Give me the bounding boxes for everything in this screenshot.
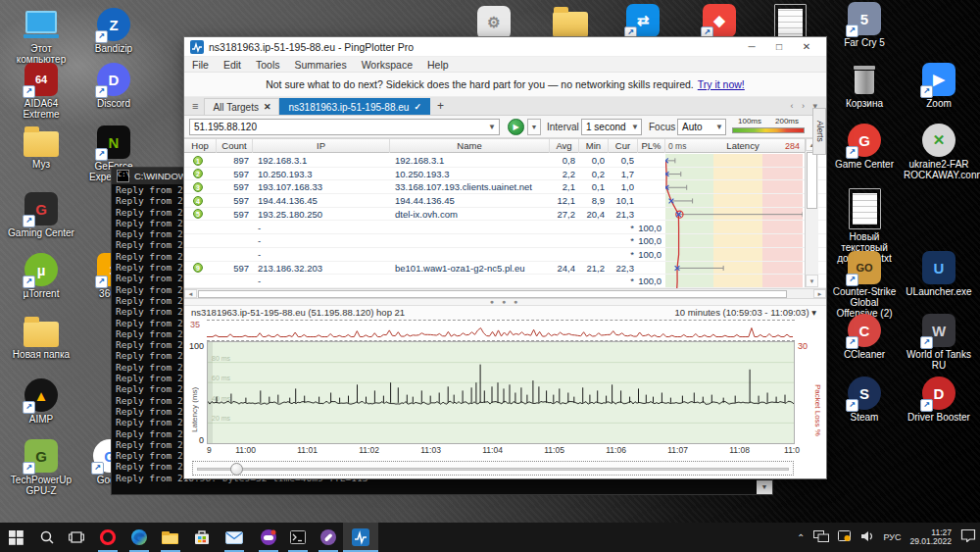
close-button[interactable]: ✕: [793, 38, 820, 56]
table-row[interactable]: -*100,0: [184, 248, 826, 262]
update-badge-icon[interactable]: [838, 528, 852, 546]
desktop-icon-music-folder[interactable]: Муз: [6, 125, 76, 170]
table-row[interactable]: 9597213.186.32.203be101.waw1-oza1-g2-nc5…: [184, 262, 826, 276]
minimize-button[interactable]: ─: [738, 38, 765, 56]
table-row[interactable]: -*100,0: [184, 222, 826, 235]
slider-track[interactable]: [197, 468, 789, 471]
taskbar-search-icon[interactable]: [32, 523, 62, 552]
scroll-down-icon[interactable]: ▼: [806, 275, 818, 287]
desktop-icon-teamviewer[interactable]: ⇄↗: [608, 4, 678, 37]
desktop-icon-ulauncher[interactable]: UULauncher.exe: [904, 251, 974, 297]
column-header-ip[interactable]: IP: [253, 139, 390, 153]
slider-thumb[interactable]: [230, 463, 243, 476]
table-vertical-scrollbar[interactable]: ▲ ▼: [805, 138, 818, 287]
menu-item-edit[interactable]: Edit: [223, 59, 241, 71]
desktop-icon-aimp[interactable]: ▲↗AIMP: [6, 378, 76, 425]
desktop-icon-zoom[interactable]: ▶↗Zoom: [904, 63, 974, 109]
taskbar-game-bar-icon[interactable]: [254, 523, 283, 552]
column-header-hop[interactable]: Hop: [184, 139, 217, 153]
focus-dropdown-icon[interactable]: ▼: [715, 120, 723, 135]
taskbar-task-view-icon[interactable]: [62, 523, 91, 552]
desktop-icon-ccleaner[interactable]: C↗CCleaner: [829, 314, 900, 360]
clock[interactable]: 11:27 29.01.2022: [909, 528, 952, 547]
notifications-icon[interactable]: [960, 528, 976, 546]
desktop-icon-ukraine-connect[interactable]: ✕ukraine2-FARROCKAWAY.connect: [904, 124, 974, 180]
taskbar-store-icon[interactable]: [187, 523, 217, 552]
taskbar-mail-icon[interactable]: [220, 523, 249, 552]
system-tray: ⌃ РУС 11:27 29.01.2022: [797, 523, 976, 552]
new-tab-button[interactable]: +: [430, 99, 451, 115]
try-it-now-link[interactable]: Try it now!: [698, 78, 745, 90]
maximize-button[interactable]: □: [765, 38, 793, 56]
column-header-min[interactable]: Min: [579, 139, 609, 153]
desktop-icon-discord[interactable]: D↗Discord: [78, 63, 149, 109]
desktop-icon-gaming-center-left[interactable]: G↗Gaming Center: [6, 192, 76, 238]
column-header-avg[interactable]: Avg: [550, 139, 579, 153]
desktop-icon-bandizip[interactable]: Z↗Bandizip: [78, 8, 149, 54]
hscroll-thumb[interactable]: [198, 290, 787, 298]
hamburger-icon[interactable]: ≡: [184, 100, 204, 115]
tray-expand-icon[interactable]: ⌃: [797, 532, 805, 543]
alerts-side-tab[interactable]: Alerts: [812, 108, 826, 155]
menu-item-workspace[interactable]: Workspace: [362, 59, 413, 71]
interval-select[interactable]: 1 second ▼: [581, 119, 642, 135]
column-header-cur[interactable]: Cur: [609, 139, 638, 153]
cmd-scroll-down-icon[interactable]: ▼: [757, 480, 772, 494]
trace-options-dropdown[interactable]: ▼: [527, 119, 541, 135]
desktop-icon-csgo[interactable]: GO↗Counter-Strike GlobalOffensive (2): [829, 251, 900, 319]
taskbar-viber-icon[interactable]: [314, 523, 343, 552]
target-dropdown-icon[interactable]: ▼: [488, 120, 496, 135]
table-row[interactable]: -*100,0: [184, 275, 826, 288]
taskbar-file-explorer-icon[interactable]: [156, 523, 185, 552]
menu-item-summaries[interactable]: Summaries: [295, 59, 347, 71]
graph-range-selector[interactable]: 10 minutes (10:59:03 - 11:09:03) ▾: [674, 306, 816, 320]
desktop-icon-game-center-right[interactable]: G↗Game Center: [829, 124, 900, 170]
taskbar-edge-icon[interactable]: [124, 523, 154, 552]
column-header-name[interactable]: Name: [390, 139, 550, 153]
desktop-icon-gpu-z[interactable]: G↗TechPowerUp GPU-Z: [6, 439, 76, 496]
scroll-right-icon[interactable]: ►: [813, 289, 826, 298]
target-input[interactable]: 51.195.88.120 ▼: [189, 119, 500, 135]
desktop-icon-aida64-extreme[interactable]: 64↗AIDA64 Extreme: [6, 63, 76, 120]
table-row[interactable]: 259710.250.193.310.250.193.32,20,21,7: [184, 168, 826, 181]
desktop-icon-driver-booster[interactable]: D↗Driver Booster: [904, 376, 974, 423]
interval-dropdown-icon[interactable]: ▼: [631, 120, 639, 135]
desktop-icon-steam[interactable]: S↗Steam: [829, 376, 900, 423]
language-indicator[interactable]: РУС: [883, 532, 901, 542]
menu-item-tools[interactable]: Tools: [256, 59, 280, 71]
tab-close-icon[interactable]: ✕: [264, 102, 271, 112]
menu-item-file[interactable]: File: [192, 59, 209, 71]
taskbar-opera-icon[interactable]: [93, 523, 122, 552]
desktop-icon-world-of-tanks[interactable]: W↗World of Tanks RU: [904, 314, 974, 371]
taskbar-start-button[interactable]: [1, 523, 30, 552]
vscroll-thumb[interactable]: [807, 152, 817, 209]
taskbar-pingplotter-icon[interactable]: [343, 523, 378, 552]
menu-item-help[interactable]: Help: [427, 59, 449, 71]
desktop-icon-documents-folder-top[interactable]: [535, 6, 606, 37]
table-row[interactable]: 1897192.168.3.1192.168.3.10,80,00,5: [184, 154, 826, 168]
table-row[interactable]: 4597194.44.136.45194.44.136.4512,18,910,…: [184, 194, 826, 208]
pingplotter-titlebar[interactable]: ns3181963.ip-51-195-88.eu - PingPlotter …: [184, 37, 826, 57]
column-header-pl[interactable]: PL%: [638, 139, 665, 153]
desktop-icon-settings-gears[interactable]: ⚙: [459, 6, 529, 39]
volume-icon[interactable]: [860, 528, 874, 546]
desktop-icon-far-cry-5[interactable]: 5↗Far Cry 5: [829, 2, 900, 48]
table-row[interactable]: -*100,0: [184, 234, 826, 248]
start-trace-button[interactable]: ▶: [508, 119, 524, 135]
tab-all-targets[interactable]: All Targets ✕: [204, 98, 279, 115]
desktop-icon-this-pc[interactable]: Этот компьютер: [6, 8, 76, 65]
scroll-left-icon[interactable]: ◄: [184, 289, 197, 298]
focus-select[interactable]: Auto ▼: [677, 119, 726, 135]
column-header-count[interactable]: Count: [217, 139, 253, 153]
desktop-icon-recycle-bin[interactable]: Корзина: [829, 63, 900, 109]
desktop-icon-utorrent[interactable]: µ↗µTorrent: [6, 253, 76, 299]
latency-timeline-chart[interactable]: 80 ms60 ms40 ms20 ms: [207, 341, 795, 444]
network-icon[interactable]: [813, 528, 829, 546]
tab-active-target[interactable]: ns3181963.ip-51-195-88.eu ✓: [279, 98, 429, 115]
timeline-slider[interactable]: [192, 461, 794, 476]
table-row[interactable]: 3597193.107.168.3333.168.107.193.clients…: [184, 180, 826, 194]
table-row[interactable]: 5597193.25.180.250dtel-ix.ovh.com27,220,…: [184, 208, 826, 222]
taskbar-cmd-icon[interactable]: [283, 523, 313, 552]
panel-splitter[interactable]: ● ● ●: [184, 299, 826, 306]
desktop-icon-novaya-papka[interactable]: Новая папка: [6, 316, 76, 360]
